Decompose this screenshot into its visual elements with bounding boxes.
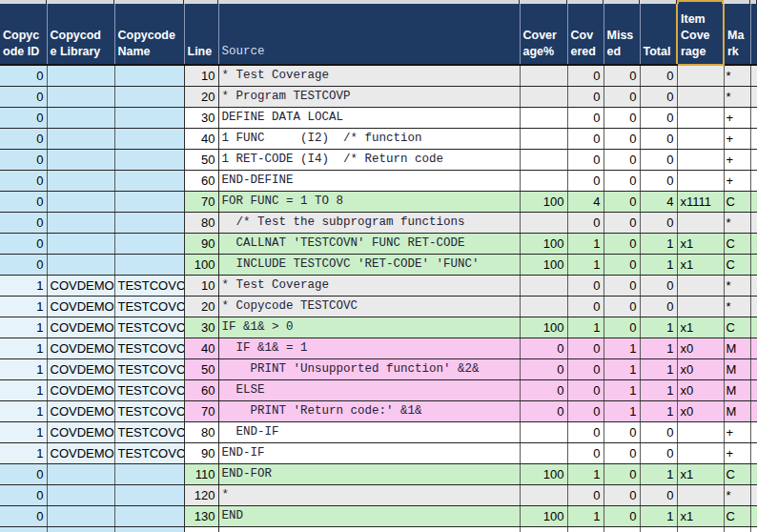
cell-mark[interactable]: * (724, 275, 750, 296)
cell-covered[interactable] (567, 526, 604, 532)
cell-covered[interactable]: 0 (567, 65, 604, 86)
cell-source[interactable]: CALLNAT 'TESTCOVN' FUNC RET-CODE (218, 233, 520, 254)
cell-coverage[interactable] (520, 421, 567, 442)
cell-line[interactable]: 100 (184, 254, 218, 275)
cell-missed[interactable]: 1 (604, 400, 640, 421)
cell-name[interactable]: TESTCOVC (114, 442, 184, 463)
column-header-name[interactable]: Copycode Name (114, 4, 184, 65)
cell-line[interactable]: 20 (184, 86, 218, 107)
cell-missed[interactable]: 0 (604, 442, 640, 463)
cell-id[interactable]: 0 (0, 128, 47, 149)
cell-total[interactable]: 1 (640, 358, 677, 379)
cell-total[interactable]: 0 (640, 275, 677, 296)
cell-total[interactable]: 0 (640, 65, 677, 86)
cell-mark[interactable]: + (724, 170, 750, 191)
cell-filler[interactable] (750, 275, 757, 296)
cell-total[interactable]: 0 (640, 86, 677, 107)
cell-total[interactable]: 4 (640, 191, 677, 212)
cell-name[interactable]: TESTCOVC (114, 317, 184, 338)
cell-filler[interactable] (750, 128, 757, 149)
cell-item[interactable] (677, 128, 724, 149)
cell-mark[interactable]: * (724, 86, 750, 107)
cell-total[interactable]: 1 (640, 233, 677, 254)
cell-mark[interactable]: M (724, 400, 750, 421)
cell-total[interactable] (640, 526, 677, 532)
cell-filler[interactable] (750, 212, 757, 233)
cell-line[interactable]: 40 (184, 128, 218, 149)
cell-source[interactable]: FOR FUNC = 1 TO 8 (218, 191, 520, 212)
cell-line[interactable]: 30 (184, 107, 218, 128)
cell-name[interactable] (114, 463, 184, 484)
cell-name[interactable] (114, 170, 184, 191)
cell-mark[interactable] (724, 526, 750, 532)
cell-missed[interactable]: 0 (604, 149, 640, 170)
cell-total[interactable]: 0 (640, 296, 677, 317)
cell-source[interactable]: DEFINE DATA LOCAL (218, 107, 520, 128)
cell-filler[interactable] (750, 526, 757, 532)
cell-source[interactable]: END (218, 505, 520, 526)
cell-line[interactable]: 50 (184, 149, 218, 170)
column-header-library[interactable]: Copycod e Library (47, 4, 114, 65)
column-header-line[interactable]: Line (184, 4, 218, 65)
cell-library[interactable] (47, 254, 114, 275)
cell-covered[interactable]: 0 (567, 170, 604, 191)
cell-covered[interactable]: 0 (567, 149, 604, 170)
cell-mark[interactable]: * (724, 212, 750, 233)
cell-filler[interactable] (750, 463, 757, 484)
cell-id[interactable]: 0 (0, 505, 47, 526)
cell-library[interactable] (47, 128, 114, 149)
cell-source[interactable]: 1 RET-CODE (I4) /* Return code (218, 149, 520, 170)
cell-name[interactable]: TESTCOVC (114, 421, 184, 442)
cell-covered[interactable]: 1 (567, 233, 604, 254)
cell-source[interactable]: END-IF (218, 421, 520, 442)
cell-missed[interactable]: 0 (604, 170, 640, 191)
cell-item[interactable] (677, 526, 724, 532)
cell-coverage[interactable]: 100 (520, 233, 567, 254)
cell-missed[interactable]: 0 (604, 212, 640, 233)
cell-name[interactable] (114, 65, 184, 86)
cell-id[interactable]: 1 (0, 379, 47, 400)
cell-mark[interactable]: + (724, 128, 750, 149)
cell-item[interactable]: x1111 (677, 191, 724, 212)
cell-total[interactable]: 1 (640, 254, 677, 275)
column-header-total[interactable]: Total (640, 4, 677, 65)
cell-name[interactable]: TESTCOVC (114, 275, 184, 296)
cell-missed[interactable]: 0 (604, 233, 640, 254)
cell-id[interactable]: 1 (0, 358, 47, 379)
cell-name[interactable]: TESTCOVC (114, 296, 184, 317)
cell-id[interactable]: 0 (0, 65, 47, 86)
cell-id[interactable]: 1 (0, 296, 47, 317)
cell-covered[interactable]: 4 (567, 191, 604, 212)
cell-item[interactable]: x1 (677, 317, 724, 338)
cell-missed[interactable]: 0 (604, 296, 640, 317)
cell-mark[interactable]: + (724, 149, 750, 170)
cell-covered[interactable]: 0 (567, 442, 604, 463)
cell-mark[interactable]: M (724, 338, 750, 358)
cell-source[interactable]: INCLUDE TESTCOVC 'RET-CODE' 'FUNC' (218, 254, 520, 275)
cell-id[interactable]: 1 (0, 442, 47, 463)
cell-total[interactable]: 1 (640, 317, 677, 338)
cell-coverage[interactable] (520, 212, 567, 233)
cell-line[interactable]: 120 (184, 484, 218, 505)
cell-filler[interactable] (750, 107, 757, 128)
cell-missed[interactable] (604, 526, 640, 532)
cell-mark[interactable]: C (724, 317, 750, 338)
cell-coverage[interactable] (520, 526, 567, 532)
cell-source[interactable]: PRINT 'Return code:' &1& (218, 400, 520, 421)
cell-total[interactable]: 0 (640, 128, 677, 149)
cell-id[interactable]: 0 (0, 484, 47, 505)
cell-covered[interactable]: 0 (567, 296, 604, 317)
cell-line[interactable]: 70 (184, 191, 218, 212)
cell-item[interactable]: x1 (677, 505, 724, 526)
cell-source[interactable]: END-DEFINE (218, 170, 520, 191)
cell-filler[interactable] (750, 505, 757, 526)
cell-covered[interactable]: 0 (567, 421, 604, 442)
cell-name[interactable] (114, 107, 184, 128)
cell-item[interactable]: x1 (677, 233, 724, 254)
cell-library[interactable]: COVDEMO (47, 421, 114, 442)
cell-filler[interactable] (750, 358, 757, 379)
cell-mark[interactable]: * (724, 65, 750, 86)
cell-library[interactable] (47, 526, 114, 532)
cell-coverage[interactable] (520, 296, 567, 317)
cell-name[interactable]: TESTCOVC (114, 379, 184, 400)
